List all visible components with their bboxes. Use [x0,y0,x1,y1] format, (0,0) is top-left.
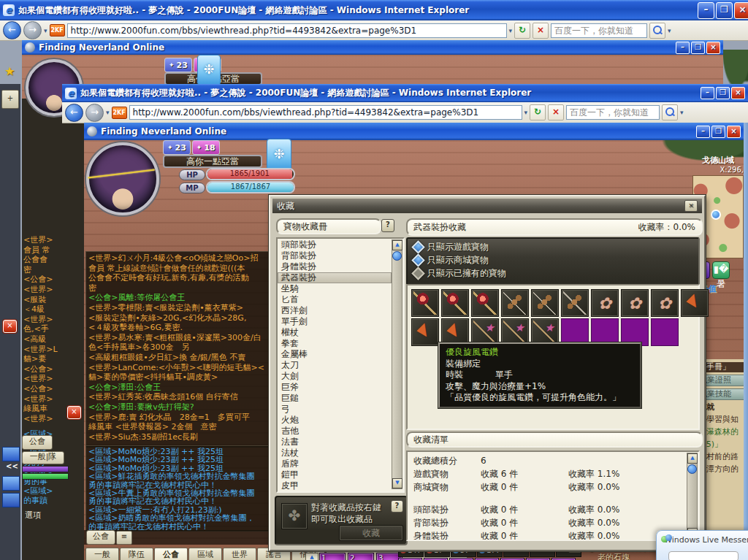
game2-close-button[interactable]: × [727,126,741,138]
outer-browser-titlebar[interactable]: e 如果個電鑽都有得收理就好啦.. - 夢之傳說 - 2000FUN論壇 - 網… [0,0,748,20]
item-slot[interactable] [621,289,649,317]
game1-minimize-button[interactable]: – [676,42,690,54]
game1-restore-button[interactable]: ❐ [691,42,705,54]
search-dropdown-icon[interactable]: ▾ [668,27,671,34]
refresh-button[interactable]: ↻ [514,23,530,39]
game2-minimize-button[interactable]: – [696,126,710,138]
player-avatar[interactable] [86,142,159,215]
item-slot[interactable] [651,289,679,317]
game1-titlebar[interactable]: Finding Neverland Online – ❐ × [22,40,723,55]
category-item[interactable]: 法書 [278,437,392,448]
category-item[interactable]: 盾牌 [278,459,392,469]
mid-restore-button[interactable]: ❐ [716,87,730,99]
mid-address-dropdown-icon[interactable]: ▾ [524,109,528,116]
collapse-control[interactable]: << [6,462,18,470]
hotbar-page-up-button[interactable]: ▲ [305,553,318,560]
chat-tab[interactable]: 一般 [85,548,119,560]
category-item[interactable]: 鎧甲 [278,469,392,480]
item-slot[interactable] [561,289,589,317]
category-item[interactable]: 身體裝扮 [278,261,392,272]
category-item[interactable]: 頭部裝扮 [278,239,392,250]
item-slot[interactable] [501,289,529,317]
category-item[interactable]: 西洋劍 [278,305,392,316]
address-input[interactable]: http://www.2000fun.com/bbs/viewthread.ph… [67,23,507,38]
category-scrollbar[interactable]: ▲ ▼ [392,239,402,489]
mid-search-dropdown-icon[interactable]: ▾ [680,109,684,116]
hotbar-slot[interactable]: 1 [319,553,346,560]
chat-tab[interactable]: 公會 [154,548,188,560]
game1-crystal-icon[interactable]: ❉ [197,55,221,85]
item-slot[interactable] [471,289,499,317]
category-item[interactable]: 弓 [278,404,392,415]
search-icon[interactable] [649,23,665,39]
category-item[interactable]: 火炮 [278,415,392,426]
options-label[interactable]: 選項 [25,510,41,521]
back-button[interactable]: ← [3,21,21,39]
category-item[interactable]: 巨鎚 [278,393,392,404]
scroll-thumb[interactable] [392,251,402,261]
category-item[interactable]: 權杖 [278,327,392,338]
item-slot[interactable] [411,318,439,346]
crystal-icon[interactable]: ❉ [267,139,291,171]
emote-button[interactable]: ≡ [116,531,132,545]
favorites-star-icon[interactable]: ★ [4,64,15,78]
game2-restore-button[interactable]: ❐ [711,126,725,138]
category-item[interactable]: 吉他 [278,426,392,437]
search-input[interactable]: 百度一下，你就知道 [551,23,647,38]
mid-refresh-button[interactable]: ↻ [530,104,546,120]
item-slot[interactable] [681,289,709,317]
side-icon-2[interactable] [2,476,20,491]
mid-minimize-button[interactable]: – [701,87,714,99]
mid-browser-titlebar[interactable]: e 如果個電鑽都有得收理就好啦.. - 夢之傳說 - 2000FUN論壇 - 網… [62,84,748,102]
category-item[interactable]: 巨斧 [278,382,392,393]
category-item[interactable]: 匕首 [278,294,392,305]
scroll-down-icon[interactable]: ▼ [392,478,402,488]
category-item[interactable]: 坐騎 [278,283,392,294]
game2-titlebar[interactable]: Finding Neverland Online – ❐ × [84,123,744,140]
game2-world-view[interactable]: ✦23 ✦18 高你一點亞當 ❉ HP 1865/1901 MP 1867/18… [84,140,744,560]
chat-tab[interactable]: 隊伍 [120,548,153,560]
messenger-card[interactable] [668,551,739,560]
filter-radio[interactable]: 只顯示已擁有的寶物 [408,266,698,280]
minimize-button[interactable]: – [698,2,714,19]
stats-scrollbar[interactable]: ▲ ▼ [687,453,698,539]
category-item[interactable]: 太刀 [278,360,392,371]
mid-search-icon[interactable] [662,104,678,120]
scroll-up-icon[interactable]: ▲ [392,240,402,250]
filter-radio[interactable]: 只顯示遊戲寶物 [408,240,698,253]
close-button[interactable]: × [734,2,748,19]
hint-help-button[interactable]: ? [391,500,403,513]
collect-button[interactable]: 收藏 [339,525,403,541]
category-item[interactable]: 皮甲 [278,480,392,491]
category-item[interactable]: 大劍 [278,371,392,382]
collection-close-button[interactable]: × [684,200,698,212]
category-item[interactable]: 拳套 [278,338,392,349]
book-help-button[interactable]: ? [381,219,394,232]
item-slot[interactable] [651,318,679,346]
stats-button[interactable]: ▮�暑 [712,261,730,279]
mid-search-input[interactable]: 百度一下，你就知道 [566,105,660,120]
hotbar-slot[interactable]: 2 [348,553,374,560]
chat-tab[interactable]: 世界 [223,548,256,560]
history-dropdown-icon[interactable]: ▾ [44,27,47,34]
side-icon-3[interactable] [2,493,20,507]
restore-button[interactable]: ❐ [716,2,733,19]
mid-history-dropdown-icon[interactable]: ▾ [106,109,110,116]
mid-forward-button[interactable]: → [85,104,104,122]
background-guild-button[interactable]: 公會 [22,435,53,450]
channel-button[interactable]: 公會 [86,530,115,545]
item-slot[interactable] [531,289,559,317]
filter-radio[interactable]: 只顯示商城寶物 [408,253,698,266]
item-slot[interactable] [441,289,469,317]
item-slot[interactable] [411,289,439,317]
scroll-up-icon[interactable]: ▲ [687,453,698,464]
stop-button[interactable]: × [533,23,549,39]
background-tab-fragment[interactable]: 一般|隊 [22,451,64,464]
collection-dialog-titlebar[interactable]: 收藏 × [272,199,702,213]
category-item[interactable]: 單手劍 [278,316,392,327]
game1-close-button[interactable]: × [706,42,720,54]
mid-stop-button[interactable]: × [548,104,564,120]
address-dropdown-icon[interactable]: ▾ [509,27,513,34]
forward-button[interactable]: → [23,21,42,39]
mid-back-button[interactable]: ← [65,104,83,122]
